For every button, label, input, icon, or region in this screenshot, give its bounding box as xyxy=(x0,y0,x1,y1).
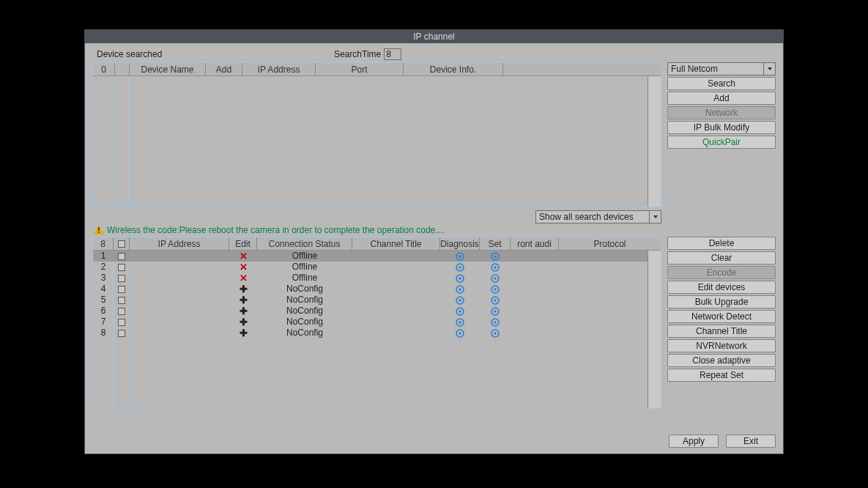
nvr-network-button[interactable]: NVRNetwork xyxy=(667,339,776,352)
row-edit[interactable]: ✕ xyxy=(229,273,257,284)
gear-icon[interactable] xyxy=(456,307,464,316)
apply-button[interactable]: Apply xyxy=(669,435,719,448)
protocol-select[interactable]: Full Netcom xyxy=(667,62,776,75)
row-set[interactable] xyxy=(480,262,511,273)
col-ip[interactable]: IP Address xyxy=(242,63,316,76)
checkbox[interactable] xyxy=(118,308,125,315)
row-set[interactable] xyxy=(480,317,511,328)
row-check[interactable] xyxy=(114,328,130,339)
delete-icon[interactable]: ✕ xyxy=(240,251,248,262)
search-time-input[interactable]: 8 xyxy=(384,48,401,60)
chevron-down-icon[interactable] xyxy=(763,63,775,75)
row-set[interactable] xyxy=(480,284,511,295)
gear-icon[interactable] xyxy=(456,285,464,294)
gear-icon[interactable] xyxy=(491,285,500,294)
table-row[interactable]: 7✚NoConfig xyxy=(93,317,661,328)
row-diag[interactable] xyxy=(440,295,480,306)
show-all-select[interactable]: Show all search devices xyxy=(535,210,661,223)
col-ch-diag[interactable]: Diagnosis xyxy=(440,237,480,251)
search-scrollbar[interactable] xyxy=(648,76,661,207)
row-edit[interactable]: ✚ xyxy=(229,317,257,328)
gear-icon[interactable] xyxy=(491,274,500,283)
checkbox[interactable] xyxy=(118,297,125,304)
row-diag[interactable] xyxy=(440,328,480,339)
table-row[interactable]: 4✚NoConfig xyxy=(93,284,661,295)
col-info[interactable]: Device Info. xyxy=(404,63,503,76)
table-row[interactable]: 3✕Offline xyxy=(93,273,661,284)
delete-icon[interactable]: ✕ xyxy=(240,273,248,284)
row-edit[interactable]: ✚ xyxy=(229,328,257,339)
row-check[interactable] xyxy=(114,284,130,295)
gear-icon[interactable] xyxy=(491,296,500,305)
gear-icon[interactable] xyxy=(491,307,500,316)
delete-button[interactable]: Delete xyxy=(667,237,776,250)
exit-button[interactable]: Exit xyxy=(726,435,776,448)
add-icon[interactable]: ✚ xyxy=(240,295,248,306)
row-diag[interactable] xyxy=(440,273,480,284)
repeat-set-button[interactable]: Repeat Set xyxy=(667,369,776,382)
row-check[interactable] xyxy=(114,262,130,273)
table-row[interactable]: 5✚NoConfig xyxy=(93,295,661,306)
add-icon[interactable]: ✚ xyxy=(240,306,248,317)
row-edit[interactable]: ✚ xyxy=(229,284,257,295)
col-ch-conn[interactable]: Connection Status xyxy=(257,237,352,251)
clear-button[interactable]: Clear xyxy=(667,251,776,265)
row-edit[interactable]: ✕ xyxy=(229,262,257,273)
network-detect-button[interactable]: Network Detect xyxy=(667,310,776,323)
add-button[interactable]: Add xyxy=(667,92,776,105)
row-edit[interactable]: ✕ xyxy=(229,251,257,262)
row-check[interactable] xyxy=(114,251,130,262)
gear-icon[interactable] xyxy=(456,318,464,327)
col-ch-proto[interactable]: Protocol xyxy=(559,237,661,251)
ip-bulk-modify-button[interactable]: IP Bulk Modify xyxy=(667,121,776,134)
gear-icon[interactable] xyxy=(491,318,500,327)
row-set[interactable] xyxy=(480,328,511,339)
row-check[interactable] xyxy=(114,306,130,317)
row-edit[interactable]: ✚ xyxy=(229,295,257,306)
row-set[interactable] xyxy=(480,295,511,306)
checkbox[interactable] xyxy=(118,275,125,282)
row-set[interactable] xyxy=(480,251,511,262)
add-icon[interactable]: ✚ xyxy=(240,284,248,295)
add-icon[interactable]: ✚ xyxy=(240,317,248,328)
gear-icon[interactable] xyxy=(456,329,464,338)
gear-icon[interactable] xyxy=(491,263,500,272)
col-port[interactable]: Port xyxy=(316,63,404,76)
row-diag[interactable] xyxy=(440,317,480,328)
table-row[interactable]: 6✚NoConfig xyxy=(93,306,661,317)
gear-icon[interactable] xyxy=(456,274,464,283)
row-diag[interactable] xyxy=(440,262,480,273)
checkbox[interactable] xyxy=(118,253,125,260)
col-ch-check[interactable] xyxy=(114,237,130,251)
col-ch-ip[interactable]: IP Address xyxy=(130,237,229,251)
gear-icon[interactable] xyxy=(456,252,464,261)
col-ch-set[interactable]: Set xyxy=(480,237,511,251)
bulk-upgrade-button[interactable]: Bulk Upgrade xyxy=(667,295,776,308)
row-diag[interactable] xyxy=(440,251,480,262)
row-check[interactable] xyxy=(114,317,130,328)
channel-scrollbar[interactable] xyxy=(648,251,661,408)
row-set[interactable] xyxy=(480,273,511,284)
table-row[interactable]: 2✕Offline xyxy=(93,262,661,273)
col-add[interactable]: Add xyxy=(206,63,242,76)
row-check[interactable] xyxy=(114,273,130,284)
gear-icon[interactable] xyxy=(491,329,500,338)
quickpair-button[interactable]: QuickPair xyxy=(667,136,776,149)
col-device-name[interactable]: Device Name xyxy=(130,63,206,76)
table-row[interactable]: 1✕Offline xyxy=(93,251,661,262)
row-diag[interactable] xyxy=(440,306,480,317)
row-edit[interactable]: ✚ xyxy=(229,306,257,317)
row-diag[interactable] xyxy=(440,284,480,295)
table-row[interactable]: 8✚NoConfig xyxy=(93,328,661,339)
checkbox[interactable] xyxy=(118,330,125,337)
gear-icon[interactable] xyxy=(456,263,464,272)
col-ch-front[interactable]: ront audi xyxy=(511,237,559,251)
channel-title-button[interactable]: Channel Title xyxy=(667,325,776,338)
col-ch-edit[interactable]: Edit xyxy=(229,237,257,251)
row-set[interactable] xyxy=(480,306,511,317)
checkbox[interactable] xyxy=(118,264,125,271)
checkbox[interactable] xyxy=(118,319,125,326)
check-all[interactable] xyxy=(118,240,125,248)
row-check[interactable] xyxy=(114,295,130,306)
gear-icon[interactable] xyxy=(491,252,500,261)
